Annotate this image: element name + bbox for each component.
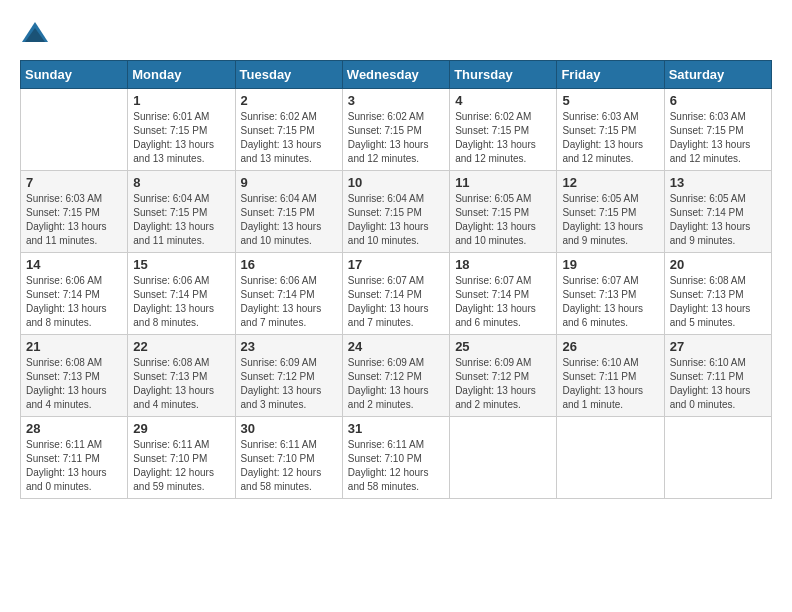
calendar-cell: 18Sunrise: 6:07 AM Sunset: 7:14 PM Dayli… — [450, 253, 557, 335]
calendar-cell: 30Sunrise: 6:11 AM Sunset: 7:10 PM Dayli… — [235, 417, 342, 499]
calendar-cell: 10Sunrise: 6:04 AM Sunset: 7:15 PM Dayli… — [342, 171, 449, 253]
day-info: Sunrise: 6:03 AM Sunset: 7:15 PM Dayligh… — [26, 192, 122, 248]
day-info: Sunrise: 6:01 AM Sunset: 7:15 PM Dayligh… — [133, 110, 229, 166]
calendar-cell: 6Sunrise: 6:03 AM Sunset: 7:15 PM Daylig… — [664, 89, 771, 171]
calendar-cell: 11Sunrise: 6:05 AM Sunset: 7:15 PM Dayli… — [450, 171, 557, 253]
day-info: Sunrise: 6:07 AM Sunset: 7:14 PM Dayligh… — [348, 274, 444, 330]
calendar-cell: 7Sunrise: 6:03 AM Sunset: 7:15 PM Daylig… — [21, 171, 128, 253]
calendar-cell: 3Sunrise: 6:02 AM Sunset: 7:15 PM Daylig… — [342, 89, 449, 171]
day-info: Sunrise: 6:06 AM Sunset: 7:14 PM Dayligh… — [241, 274, 337, 330]
day-info: Sunrise: 6:04 AM Sunset: 7:15 PM Dayligh… — [348, 192, 444, 248]
day-info: Sunrise: 6:09 AM Sunset: 7:12 PM Dayligh… — [348, 356, 444, 412]
day-number: 1 — [133, 93, 229, 108]
header-tuesday: Tuesday — [235, 61, 342, 89]
day-info: Sunrise: 6:07 AM Sunset: 7:13 PM Dayligh… — [562, 274, 658, 330]
calendar-cell: 12Sunrise: 6:05 AM Sunset: 7:15 PM Dayli… — [557, 171, 664, 253]
day-number: 15 — [133, 257, 229, 272]
day-number: 25 — [455, 339, 551, 354]
day-number: 11 — [455, 175, 551, 190]
day-info: Sunrise: 6:11 AM Sunset: 7:10 PM Dayligh… — [241, 438, 337, 494]
day-info: Sunrise: 6:07 AM Sunset: 7:14 PM Dayligh… — [455, 274, 551, 330]
calendar-cell: 16Sunrise: 6:06 AM Sunset: 7:14 PM Dayli… — [235, 253, 342, 335]
day-info: Sunrise: 6:03 AM Sunset: 7:15 PM Dayligh… — [562, 110, 658, 166]
day-number: 29 — [133, 421, 229, 436]
calendar-cell: 4Sunrise: 6:02 AM Sunset: 7:15 PM Daylig… — [450, 89, 557, 171]
calendar-cell: 26Sunrise: 6:10 AM Sunset: 7:11 PM Dayli… — [557, 335, 664, 417]
day-info: Sunrise: 6:11 AM Sunset: 7:11 PM Dayligh… — [26, 438, 122, 494]
calendar-week-row: 28Sunrise: 6:11 AM Sunset: 7:11 PM Dayli… — [21, 417, 772, 499]
day-number: 27 — [670, 339, 766, 354]
calendar-cell — [664, 417, 771, 499]
day-number: 26 — [562, 339, 658, 354]
calendar-week-row: 1Sunrise: 6:01 AM Sunset: 7:15 PM Daylig… — [21, 89, 772, 171]
day-info: Sunrise: 6:09 AM Sunset: 7:12 PM Dayligh… — [241, 356, 337, 412]
calendar-cell: 2Sunrise: 6:02 AM Sunset: 7:15 PM Daylig… — [235, 89, 342, 171]
day-info: Sunrise: 6:05 AM Sunset: 7:15 PM Dayligh… — [562, 192, 658, 248]
calendar-cell: 1Sunrise: 6:01 AM Sunset: 7:15 PM Daylig… — [128, 89, 235, 171]
day-info: Sunrise: 6:08 AM Sunset: 7:13 PM Dayligh… — [26, 356, 122, 412]
calendar-cell — [557, 417, 664, 499]
day-info: Sunrise: 6:11 AM Sunset: 7:10 PM Dayligh… — [348, 438, 444, 494]
calendar-header-row: SundayMondayTuesdayWednesdayThursdayFrid… — [21, 61, 772, 89]
day-number: 4 — [455, 93, 551, 108]
day-number: 2 — [241, 93, 337, 108]
day-info: Sunrise: 6:08 AM Sunset: 7:13 PM Dayligh… — [670, 274, 766, 330]
day-number: 30 — [241, 421, 337, 436]
day-number: 7 — [26, 175, 122, 190]
day-info: Sunrise: 6:02 AM Sunset: 7:15 PM Dayligh… — [348, 110, 444, 166]
calendar-cell: 24Sunrise: 6:09 AM Sunset: 7:12 PM Dayli… — [342, 335, 449, 417]
day-number: 13 — [670, 175, 766, 190]
day-info: Sunrise: 6:02 AM Sunset: 7:15 PM Dayligh… — [241, 110, 337, 166]
calendar-cell: 29Sunrise: 6:11 AM Sunset: 7:10 PM Dayli… — [128, 417, 235, 499]
day-number: 9 — [241, 175, 337, 190]
day-info: Sunrise: 6:11 AM Sunset: 7:10 PM Dayligh… — [133, 438, 229, 494]
calendar-cell: 28Sunrise: 6:11 AM Sunset: 7:11 PM Dayli… — [21, 417, 128, 499]
day-number: 22 — [133, 339, 229, 354]
calendar-cell: 20Sunrise: 6:08 AM Sunset: 7:13 PM Dayli… — [664, 253, 771, 335]
day-info: Sunrise: 6:10 AM Sunset: 7:11 PM Dayligh… — [670, 356, 766, 412]
day-number: 3 — [348, 93, 444, 108]
day-info: Sunrise: 6:02 AM Sunset: 7:15 PM Dayligh… — [455, 110, 551, 166]
day-info: Sunrise: 6:03 AM Sunset: 7:15 PM Dayligh… — [670, 110, 766, 166]
calendar-cell: 9Sunrise: 6:04 AM Sunset: 7:15 PM Daylig… — [235, 171, 342, 253]
calendar-cell: 21Sunrise: 6:08 AM Sunset: 7:13 PM Dayli… — [21, 335, 128, 417]
calendar-cell: 13Sunrise: 6:05 AM Sunset: 7:14 PM Dayli… — [664, 171, 771, 253]
logo-icon — [20, 20, 50, 50]
calendar-cell: 19Sunrise: 6:07 AM Sunset: 7:13 PM Dayli… — [557, 253, 664, 335]
day-info: Sunrise: 6:05 AM Sunset: 7:15 PM Dayligh… — [455, 192, 551, 248]
header-wednesday: Wednesday — [342, 61, 449, 89]
day-info: Sunrise: 6:06 AM Sunset: 7:14 PM Dayligh… — [133, 274, 229, 330]
day-info: Sunrise: 6:08 AM Sunset: 7:13 PM Dayligh… — [133, 356, 229, 412]
calendar-cell: 17Sunrise: 6:07 AM Sunset: 7:14 PM Dayli… — [342, 253, 449, 335]
header-saturday: Saturday — [664, 61, 771, 89]
logo — [20, 20, 52, 50]
day-number: 31 — [348, 421, 444, 436]
day-number: 18 — [455, 257, 551, 272]
day-info: Sunrise: 6:06 AM Sunset: 7:14 PM Dayligh… — [26, 274, 122, 330]
day-info: Sunrise: 6:05 AM Sunset: 7:14 PM Dayligh… — [670, 192, 766, 248]
day-info: Sunrise: 6:04 AM Sunset: 7:15 PM Dayligh… — [241, 192, 337, 248]
header-monday: Monday — [128, 61, 235, 89]
calendar-cell: 15Sunrise: 6:06 AM Sunset: 7:14 PM Dayli… — [128, 253, 235, 335]
calendar-cell: 31Sunrise: 6:11 AM Sunset: 7:10 PM Dayli… — [342, 417, 449, 499]
calendar-cell — [21, 89, 128, 171]
calendar-cell: 8Sunrise: 6:04 AM Sunset: 7:15 PM Daylig… — [128, 171, 235, 253]
header-thursday: Thursday — [450, 61, 557, 89]
day-number: 21 — [26, 339, 122, 354]
day-info: Sunrise: 6:04 AM Sunset: 7:15 PM Dayligh… — [133, 192, 229, 248]
day-number: 10 — [348, 175, 444, 190]
day-number: 12 — [562, 175, 658, 190]
calendar-week-row: 14Sunrise: 6:06 AM Sunset: 7:14 PM Dayli… — [21, 253, 772, 335]
day-number: 16 — [241, 257, 337, 272]
calendar-cell: 27Sunrise: 6:10 AM Sunset: 7:11 PM Dayli… — [664, 335, 771, 417]
day-number: 8 — [133, 175, 229, 190]
calendar-table: SundayMondayTuesdayWednesdayThursdayFrid… — [20, 60, 772, 499]
calendar-cell: 14Sunrise: 6:06 AM Sunset: 7:14 PM Dayli… — [21, 253, 128, 335]
day-number: 14 — [26, 257, 122, 272]
calendar-week-row: 7Sunrise: 6:03 AM Sunset: 7:15 PM Daylig… — [21, 171, 772, 253]
day-info: Sunrise: 6:10 AM Sunset: 7:11 PM Dayligh… — [562, 356, 658, 412]
header-friday: Friday — [557, 61, 664, 89]
day-number: 23 — [241, 339, 337, 354]
day-number: 20 — [670, 257, 766, 272]
day-info: Sunrise: 6:09 AM Sunset: 7:12 PM Dayligh… — [455, 356, 551, 412]
